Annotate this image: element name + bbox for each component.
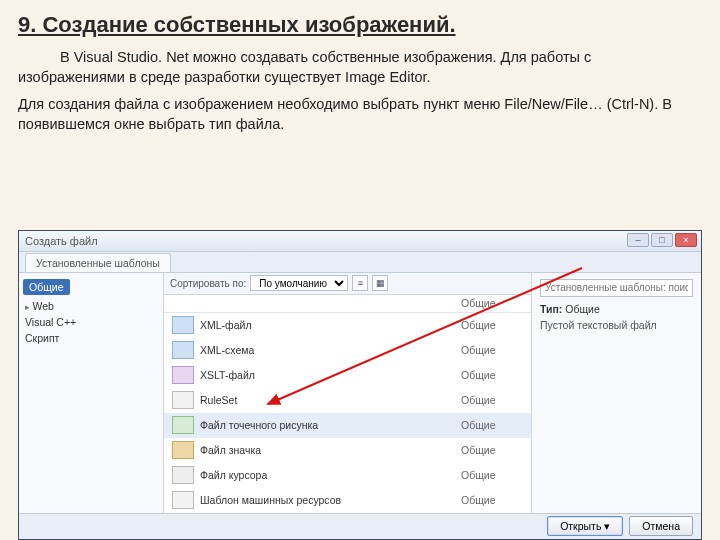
template-name: Файл значка: [200, 444, 461, 456]
template-category: Общие: [461, 469, 531, 481]
details-pane: Тип: Общие Пустой текстовый файл: [531, 273, 701, 513]
maximize-button[interactable]: □: [651, 233, 673, 247]
template-name: XML-схема: [200, 344, 461, 356]
list-group-header: Общие: [461, 297, 531, 309]
template-category: Общие: [461, 494, 531, 506]
intro-paragraph-2: Для создания файла с изображением необхо…: [18, 95, 702, 134]
template-item[interactable]: Файл точечного рисункаОбщие: [164, 413, 531, 438]
tab-installed-templates[interactable]: Установленные шаблоны: [25, 253, 171, 272]
file-type-icon: [172, 366, 194, 384]
sort-select[interactable]: По умолчанию: [250, 275, 348, 291]
template-item[interactable]: RuleSetОбщие: [164, 388, 531, 413]
template-category: Общие: [461, 419, 531, 431]
sidebar-item-script[interactable]: Скрипт: [23, 330, 159, 346]
template-name: Файл курсора: [200, 469, 461, 481]
dialog-titlebar: Создать файл – □ ×: [19, 231, 701, 252]
template-search-input[interactable]: [540, 279, 693, 297]
minimize-button[interactable]: –: [627, 233, 649, 247]
template-category-sidebar: Общие Web Visual C++ Скрипт: [19, 273, 164, 513]
template-item[interactable]: Шаблон машинных ресурсовОбщие: [164, 488, 531, 513]
template-item[interactable]: Файл курсораОбщие: [164, 463, 531, 488]
template-item[interactable]: XML-схемаОбщие: [164, 338, 531, 363]
template-category: Общие: [461, 369, 531, 381]
sidebar-item-web[interactable]: Web: [23, 298, 159, 314]
intro-paragraph-1: В Visual Studio. Net можно создавать соб…: [18, 48, 702, 87]
template-name: Шаблон машинных ресурсов: [200, 494, 461, 506]
cancel-button[interactable]: Отмена: [629, 516, 693, 536]
close-button[interactable]: ×: [675, 233, 697, 247]
template-category: Общие: [461, 444, 531, 456]
template-name: XSLT-файл: [200, 369, 461, 381]
sort-toolbar: Сортировать по: По умолчанию ≡ ▦: [164, 273, 531, 295]
view-list-icon[interactable]: ≡: [352, 275, 368, 291]
file-type-icon: [172, 466, 194, 484]
file-type-icon: [172, 416, 194, 434]
open-button[interactable]: Открыть ▾: [547, 516, 623, 536]
file-type-icon: [172, 316, 194, 334]
file-type-icon: [172, 391, 194, 409]
dialog-tabbar: Установленные шаблоны: [19, 252, 701, 273]
template-item[interactable]: Файл значкаОбщие: [164, 438, 531, 463]
sidebar-item-general[interactable]: Общие: [23, 279, 70, 295]
template-category: Общие: [461, 394, 531, 406]
template-name: RuleSet: [200, 394, 461, 406]
file-type-icon: [172, 441, 194, 459]
template-item[interactable]: XSLT-файлОбщие: [164, 363, 531, 388]
template-name: XML-файл: [200, 319, 461, 331]
dialog-footer: Открыть ▾ Отмена: [19, 513, 701, 539]
type-label: Тип:: [540, 303, 562, 315]
create-file-dialog: Создать файл – □ × Установленные шаблоны…: [18, 230, 702, 540]
template-item[interactable]: XML-файлОбщие: [164, 313, 531, 338]
file-type-icon: [172, 491, 194, 509]
template-name: Файл точечного рисунка: [200, 419, 461, 431]
template-category: Общие: [461, 344, 531, 356]
dialog-title: Создать файл: [25, 235, 98, 247]
template-list: Общие XML-файлОбщиеXML-схемаОбщиеXSLT-фа…: [164, 295, 531, 513]
sidebar-item-visualcpp[interactable]: Visual C++: [23, 314, 159, 330]
template-category: Общие: [461, 319, 531, 331]
file-type-icon: [172, 341, 194, 359]
type-value: Общие: [565, 303, 600, 315]
page-heading: 9. Создание собственных изображений.: [18, 12, 702, 38]
view-grid-icon[interactable]: ▦: [372, 275, 388, 291]
type-description: Пустой текстовый файл: [540, 319, 693, 331]
sort-label: Сортировать по:: [170, 278, 246, 289]
